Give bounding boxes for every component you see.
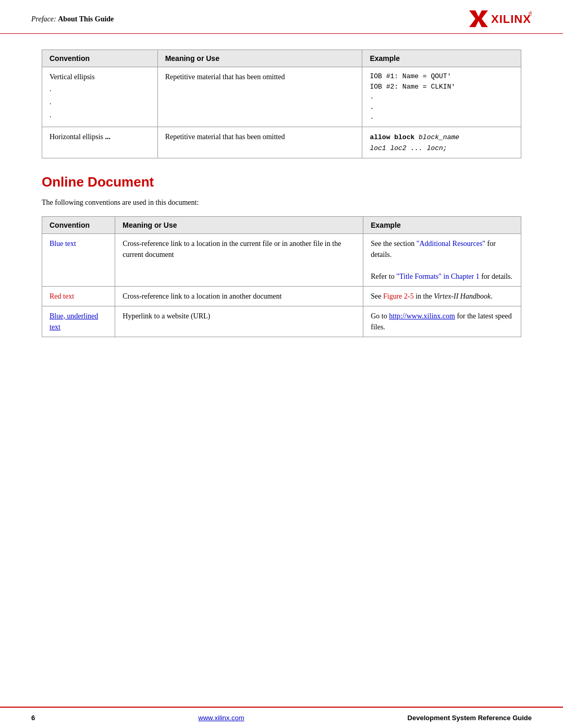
intro-paragraph: The following conventions are used in th…	[42, 199, 521, 207]
example-text-6: in the Virtex-II Handbook.	[414, 292, 493, 300]
figure-link[interactable]: Figure 2-5	[383, 292, 414, 300]
meaning-text: Hyperlink to a website (URL)	[123, 312, 210, 320]
col-header-convention-2: Convention	[42, 216, 115, 233]
convention-text: Vertical ellipsis	[50, 71, 150, 82]
meaning-text: Repetitive material that has been omitte…	[165, 133, 285, 141]
meaning-cell: Cross-reference link to a location in an…	[115, 286, 363, 306]
example-text-3: Refer to	[371, 273, 396, 280]
example-text-7: Go to	[371, 312, 389, 320]
convention-cell: Horizontal ellipsis ...	[42, 127, 158, 158]
xilinx-logo-svg: XILINX ®	[469, 9, 532, 28]
meaning-cell: Repetitive material that has been omitte…	[157, 127, 362, 158]
svg-text:XILINX: XILINX	[491, 13, 531, 26]
red-text-convention: Red text	[50, 292, 74, 300]
table-row: Horizontal ellipsis ... Repetitive mater…	[42, 127, 521, 158]
example-text-4: for details.	[480, 273, 512, 280]
svg-text:®: ®	[529, 10, 532, 17]
header-title: Preface: About This Guide	[31, 15, 114, 23]
footer-guide-title: Development System Reference Guide	[408, 714, 532, 722]
table-row: Red text Cross-reference link to a locat…	[42, 286, 521, 306]
example-text-1: See the section	[371, 240, 416, 248]
meaning-text: Repetitive material that has been omitte…	[165, 73, 285, 81]
convention-cell-blue-underline: Blue, underlined text	[42, 306, 115, 337]
convention-cell: Vertical ellipsis . . .	[42, 67, 158, 127]
table-row: Blue, underlined text Hyperlink to a web…	[42, 306, 521, 337]
col-header-convention-1: Convention	[42, 50, 158, 67]
meaning-cell: Repetitive material that has been omitte…	[157, 67, 362, 127]
conventions-table-2: Convention Meaning or Use Example Blue t…	[42, 216, 521, 337]
convention-text: Horizontal ellipsis ...	[50, 133, 111, 141]
svg-marker-0	[469, 10, 488, 27]
convention-cell-blue: Blue text	[42, 233, 115, 286]
meaning-cell: Cross-reference link to a location in th…	[115, 233, 363, 286]
example-text-5: See	[371, 292, 383, 300]
example-text-mono: IOB #1: Name = QOUT' IOB #2: Name = CLKI…	[370, 71, 513, 122]
section-heading-online: Online Document	[42, 174, 521, 190]
example-cell: Go to http://www.xilinx.com for the late…	[363, 306, 521, 337]
convention-cell-red: Red text	[42, 286, 115, 306]
example-cell: allow block block_name loc1 loc2 ... loc…	[362, 127, 521, 158]
col-header-meaning-2: Meaning or Use	[115, 216, 363, 233]
table-row: Blue text Cross-reference link to a loca…	[42, 233, 521, 286]
meaning-text: Cross-reference link to a location in th…	[123, 240, 341, 258]
meaning-cell: Hyperlink to a website (URL)	[115, 306, 363, 337]
example-italic: block_name	[419, 133, 459, 141]
footer-page-number: 6	[31, 714, 35, 722]
conventions-table-1: Convention Meaning or Use Example Vertic…	[42, 50, 521, 158]
footer-website-link[interactable]: www.xilinx.com	[198, 714, 244, 722]
example-rest: loc1 loc2 ... locn;	[370, 144, 447, 152]
xilinx-url-link[interactable]: http://www.xilinx.com	[389, 312, 455, 320]
example-bold: allow block	[370, 133, 419, 141]
blue-text-convention: Blue text	[50, 240, 76, 248]
col-header-example-1: Example	[362, 50, 521, 67]
page-footer: 6 www.xilinx.com Development System Refe…	[0, 707, 563, 728]
main-content: Convention Meaning or Use Example Vertic…	[0, 50, 563, 337]
blue-underline-convention: Blue, underlined text	[50, 312, 98, 331]
title-formats-link[interactable]: "Title Formats" in Chapter 1	[396, 273, 479, 280]
col-header-example-2: Example	[363, 216, 521, 233]
example-cell: See the section "Additional Resources" f…	[363, 233, 521, 286]
page-header: Preface: About This Guide XILINX ®	[0, 0, 563, 34]
example-cell: See Figure 2-5 in the Virtex-II Handbook…	[363, 286, 521, 306]
example-cell: IOB #1: Name = QOUT' IOB #2: Name = CLKI…	[362, 67, 521, 127]
table-row: Vertical ellipsis . . . Repetitive mater…	[42, 67, 521, 127]
ellipsis-dots: . . .	[50, 82, 150, 122]
col-header-meaning-1: Meaning or Use	[157, 50, 362, 67]
xilinx-logo: XILINX ®	[469, 9, 532, 28]
meaning-text: Cross-reference link to a location in an…	[123, 292, 282, 300]
additional-resources-link[interactable]: "Additional Resources"	[417, 240, 485, 248]
